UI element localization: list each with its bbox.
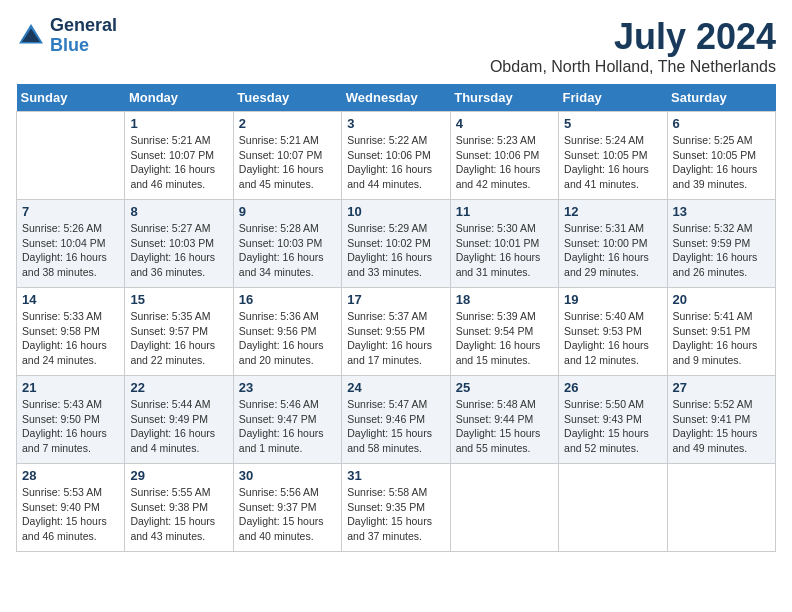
- day-number: 29: [130, 468, 227, 483]
- table-row: 11Sunrise: 5:30 AMSunset: 10:01 PMDaylig…: [450, 200, 558, 288]
- calendar-week-row: 28Sunrise: 5:53 AMSunset: 9:40 PMDayligh…: [17, 464, 776, 552]
- day-number: 30: [239, 468, 336, 483]
- day-info: Sunrise: 5:43 AMSunset: 9:50 PMDaylight:…: [22, 397, 119, 456]
- day-number: 19: [564, 292, 661, 307]
- table-row: [559, 464, 667, 552]
- day-info: Sunrise: 5:22 AMSunset: 10:06 PMDaylight…: [347, 133, 444, 192]
- day-info: Sunrise: 5:33 AMSunset: 9:58 PMDaylight:…: [22, 309, 119, 368]
- day-info: Sunrise: 5:37 AMSunset: 9:55 PMDaylight:…: [347, 309, 444, 368]
- day-info: Sunrise: 5:47 AMSunset: 9:46 PMDaylight:…: [347, 397, 444, 456]
- calendar: SundayMondayTuesdayWednesdayThursdayFrid…: [16, 84, 776, 552]
- day-number: 21: [22, 380, 119, 395]
- table-row: 29Sunrise: 5:55 AMSunset: 9:38 PMDayligh…: [125, 464, 233, 552]
- logo-blue: Blue: [50, 36, 117, 56]
- day-number: 26: [564, 380, 661, 395]
- table-row: 17Sunrise: 5:37 AMSunset: 9:55 PMDayligh…: [342, 288, 450, 376]
- day-number: 20: [673, 292, 770, 307]
- weekday-header: Thursday: [450, 84, 558, 112]
- table-row: 27Sunrise: 5:52 AMSunset: 9:41 PMDayligh…: [667, 376, 775, 464]
- day-number: 27: [673, 380, 770, 395]
- table-row: 10Sunrise: 5:29 AMSunset: 10:02 PMDaylig…: [342, 200, 450, 288]
- table-row: 16Sunrise: 5:36 AMSunset: 9:56 PMDayligh…: [233, 288, 341, 376]
- day-number: 5: [564, 116, 661, 131]
- day-number: 4: [456, 116, 553, 131]
- table-row: 5Sunrise: 5:24 AMSunset: 10:05 PMDayligh…: [559, 112, 667, 200]
- table-row: 28Sunrise: 5:53 AMSunset: 9:40 PMDayligh…: [17, 464, 125, 552]
- day-info: Sunrise: 5:56 AMSunset: 9:37 PMDaylight:…: [239, 485, 336, 544]
- header: General Blue July 2024 Obdam, North Holl…: [16, 16, 776, 76]
- table-row: 14Sunrise: 5:33 AMSunset: 9:58 PMDayligh…: [17, 288, 125, 376]
- day-info: Sunrise: 5:58 AMSunset: 9:35 PMDaylight:…: [347, 485, 444, 544]
- calendar-week-row: 1Sunrise: 5:21 AMSunset: 10:07 PMDayligh…: [17, 112, 776, 200]
- day-info: Sunrise: 5:29 AMSunset: 10:02 PMDaylight…: [347, 221, 444, 280]
- day-info: Sunrise: 5:40 AMSunset: 9:53 PMDaylight:…: [564, 309, 661, 368]
- logo-general: General: [50, 16, 117, 36]
- location: Obdam, North Holland, The Netherlands: [490, 58, 776, 76]
- table-row: 26Sunrise: 5:50 AMSunset: 9:43 PMDayligh…: [559, 376, 667, 464]
- table-row: 20Sunrise: 5:41 AMSunset: 9:51 PMDayligh…: [667, 288, 775, 376]
- logo-text: General Blue: [50, 16, 117, 56]
- table-row: 3Sunrise: 5:22 AMSunset: 10:06 PMDayligh…: [342, 112, 450, 200]
- day-info: Sunrise: 5:32 AMSunset: 9:59 PMDaylight:…: [673, 221, 770, 280]
- day-info: Sunrise: 5:24 AMSunset: 10:05 PMDaylight…: [564, 133, 661, 192]
- day-number: 7: [22, 204, 119, 219]
- day-info: Sunrise: 5:53 AMSunset: 9:40 PMDaylight:…: [22, 485, 119, 544]
- day-number: 13: [673, 204, 770, 219]
- table-row: 21Sunrise: 5:43 AMSunset: 9:50 PMDayligh…: [17, 376, 125, 464]
- logo-icon: [16, 21, 46, 51]
- day-info: Sunrise: 5:50 AMSunset: 9:43 PMDaylight:…: [564, 397, 661, 456]
- day-info: Sunrise: 5:39 AMSunset: 9:54 PMDaylight:…: [456, 309, 553, 368]
- day-info: Sunrise: 5:27 AMSunset: 10:03 PMDaylight…: [130, 221, 227, 280]
- logo: General Blue: [16, 16, 117, 56]
- table-row: 4Sunrise: 5:23 AMSunset: 10:06 PMDayligh…: [450, 112, 558, 200]
- day-number: 14: [22, 292, 119, 307]
- weekday-header: Tuesday: [233, 84, 341, 112]
- day-info: Sunrise: 5:48 AMSunset: 9:44 PMDaylight:…: [456, 397, 553, 456]
- day-number: 15: [130, 292, 227, 307]
- table-row: [17, 112, 125, 200]
- table-row: 8Sunrise: 5:27 AMSunset: 10:03 PMDayligh…: [125, 200, 233, 288]
- month-title: July 2024: [490, 16, 776, 58]
- table-row: 18Sunrise: 5:39 AMSunset: 9:54 PMDayligh…: [450, 288, 558, 376]
- day-info: Sunrise: 5:46 AMSunset: 9:47 PMDaylight:…: [239, 397, 336, 456]
- weekday-header: Wednesday: [342, 84, 450, 112]
- day-info: Sunrise: 5:55 AMSunset: 9:38 PMDaylight:…: [130, 485, 227, 544]
- table-row: [450, 464, 558, 552]
- day-number: 11: [456, 204, 553, 219]
- table-row: 13Sunrise: 5:32 AMSunset: 9:59 PMDayligh…: [667, 200, 775, 288]
- day-info: Sunrise: 5:30 AMSunset: 10:01 PMDaylight…: [456, 221, 553, 280]
- weekday-header-row: SundayMondayTuesdayWednesdayThursdayFrid…: [17, 84, 776, 112]
- day-number: 8: [130, 204, 227, 219]
- table-row: 31Sunrise: 5:58 AMSunset: 9:35 PMDayligh…: [342, 464, 450, 552]
- day-number: 23: [239, 380, 336, 395]
- table-row: [667, 464, 775, 552]
- day-info: Sunrise: 5:36 AMSunset: 9:56 PMDaylight:…: [239, 309, 336, 368]
- day-number: 24: [347, 380, 444, 395]
- table-row: 6Sunrise: 5:25 AMSunset: 10:05 PMDayligh…: [667, 112, 775, 200]
- table-row: 22Sunrise: 5:44 AMSunset: 9:49 PMDayligh…: [125, 376, 233, 464]
- table-row: 1Sunrise: 5:21 AMSunset: 10:07 PMDayligh…: [125, 112, 233, 200]
- day-number: 22: [130, 380, 227, 395]
- weekday-header: Saturday: [667, 84, 775, 112]
- weekday-header: Monday: [125, 84, 233, 112]
- day-info: Sunrise: 5:25 AMSunset: 10:05 PMDaylight…: [673, 133, 770, 192]
- day-number: 2: [239, 116, 336, 131]
- table-row: 7Sunrise: 5:26 AMSunset: 10:04 PMDayligh…: [17, 200, 125, 288]
- day-info: Sunrise: 5:21 AMSunset: 10:07 PMDaylight…: [239, 133, 336, 192]
- calendar-week-row: 14Sunrise: 5:33 AMSunset: 9:58 PMDayligh…: [17, 288, 776, 376]
- calendar-week-row: 7Sunrise: 5:26 AMSunset: 10:04 PMDayligh…: [17, 200, 776, 288]
- day-number: 6: [673, 116, 770, 131]
- day-info: Sunrise: 5:44 AMSunset: 9:49 PMDaylight:…: [130, 397, 227, 456]
- table-row: 12Sunrise: 5:31 AMSunset: 10:00 PMDaylig…: [559, 200, 667, 288]
- calendar-week-row: 21Sunrise: 5:43 AMSunset: 9:50 PMDayligh…: [17, 376, 776, 464]
- table-row: 19Sunrise: 5:40 AMSunset: 9:53 PMDayligh…: [559, 288, 667, 376]
- day-info: Sunrise: 5:35 AMSunset: 9:57 PMDaylight:…: [130, 309, 227, 368]
- day-number: 31: [347, 468, 444, 483]
- table-row: 2Sunrise: 5:21 AMSunset: 10:07 PMDayligh…: [233, 112, 341, 200]
- day-number: 9: [239, 204, 336, 219]
- day-number: 16: [239, 292, 336, 307]
- day-number: 12: [564, 204, 661, 219]
- day-info: Sunrise: 5:31 AMSunset: 10:00 PMDaylight…: [564, 221, 661, 280]
- day-info: Sunrise: 5:41 AMSunset: 9:51 PMDaylight:…: [673, 309, 770, 368]
- day-info: Sunrise: 5:28 AMSunset: 10:03 PMDaylight…: [239, 221, 336, 280]
